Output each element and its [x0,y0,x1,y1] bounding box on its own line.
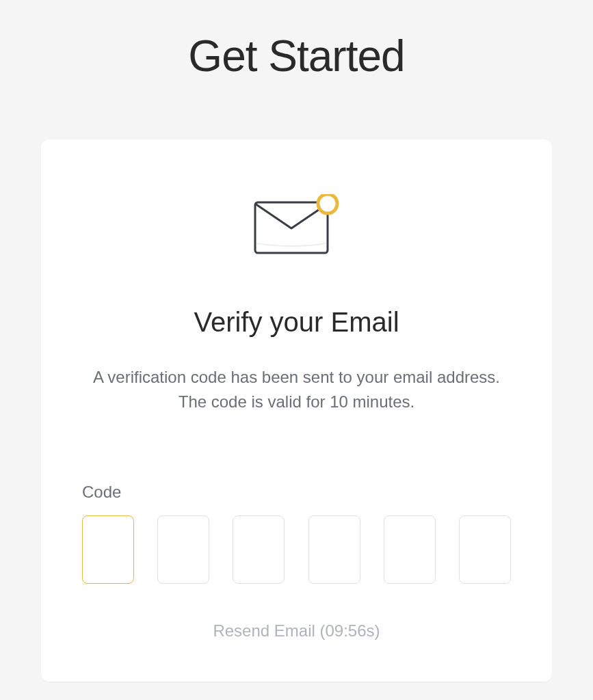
code-input-5[interactable] [384,515,436,584]
card-description-line1: A verification code has been sent to you… [93,368,500,386]
verify-card: Verify your Email A verification code ha… [41,139,552,682]
code-input-3[interactable] [233,515,285,584]
code-inputs-container [82,515,511,584]
svg-point-1 [318,194,337,213]
code-input-2[interactable] [157,515,209,584]
code-input-6[interactable] [459,515,511,584]
code-input-4[interactable] [308,515,360,584]
code-input-1[interactable] [82,515,134,584]
card-description-line2: The code is valid for 10 minutes. [179,392,415,411]
resend-email-text: Resend Email (09:56s) [82,621,511,641]
code-label: Code [82,483,511,502]
card-title: Verify your Email [82,307,511,338]
card-description: A verification code has been sent to you… [82,365,511,414]
resend-timer: 09:56s [326,621,375,640]
page-title: Get Started [0,0,593,139]
resend-prefix: Resend Email ( [213,621,325,640]
resend-suffix: ) [375,621,380,640]
email-notification-icon [82,194,511,256]
